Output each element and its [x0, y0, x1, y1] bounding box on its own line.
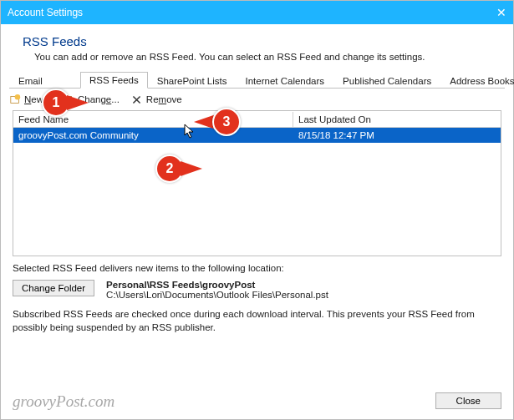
- col-feed-name[interactable]: Feed Name: [13, 112, 293, 127]
- watermark: groovyPost.com: [13, 392, 115, 411]
- page-heading: RSS Feeds: [23, 34, 491, 48]
- close-icon[interactable]: ✕: [473, 6, 506, 19]
- tab-internet-calendars[interactable]: Internet Calendars: [236, 73, 333, 89]
- subscription-note: Subscribed RSS Feeds are checked once du…: [13, 308, 501, 334]
- folder-path: Personal\RSS Feeds\groovyPost: [106, 280, 328, 290]
- toolbar: New... Change... Remove: [1, 89, 513, 110]
- window-title: Account Settings: [8, 7, 473, 18]
- tab-data-files-partial[interactable]: es: [52, 73, 80, 89]
- new-label-tail: ew...: [31, 94, 51, 104]
- new-feed-icon: [9, 94, 21, 105]
- account-settings-window: Account Settings ✕ RSS Feeds You can add…: [0, 0, 514, 420]
- footer: groovyPost.com Close: [1, 384, 513, 419]
- tab-published-calendars[interactable]: Published Calendars: [333, 73, 440, 89]
- titlebar: Account Settings ✕: [1, 1, 513, 24]
- file-path: C:\Users\Lori\Documents\Outlook Files\Pe…: [106, 290, 328, 300]
- remove-button[interactable]: Remove: [131, 94, 182, 105]
- table-header: Feed Name Last Updated On: [13, 111, 501, 128]
- feed-table: Feed Name Last Updated On groovyPost.com…: [13, 110, 501, 256]
- cell-last-updated: 8/15/18 12:47 PM: [293, 129, 501, 142]
- svg-point-1: [14, 94, 20, 100]
- remove-icon: [131, 94, 143, 105]
- new-button[interactable]: New...: [9, 94, 51, 105]
- change-feed-icon: [63, 94, 74, 105]
- lower-panel: Selected RSS Feed delivers new items to …: [1, 256, 513, 334]
- svg-rect-2: [64, 96, 72, 103]
- location-label: Selected RSS Feed delivers new items to …: [13, 263, 501, 273]
- close-button[interactable]: Close: [435, 392, 501, 409]
- tab-sharepoint-lists[interactable]: SharePoint Lists: [148, 73, 237, 89]
- tab-address-books[interactable]: Address Books: [440, 73, 514, 89]
- header: RSS Feeds You can add or remove an RSS F…: [1, 24, 513, 70]
- change-folder-button[interactable]: Change Folder: [13, 280, 94, 296]
- cell-feed-name: groovyPost.com Community: [13, 129, 293, 142]
- tab-strip: Email es RSS Feeds SharePoint Lists Inte…: [9, 70, 505, 89]
- tab-rss-feeds[interactable]: RSS Feeds: [80, 72, 148, 89]
- folder-info: Personal\RSS Feeds\groovyPost C:\Users\L…: [106, 280, 328, 300]
- table-row[interactable]: groovyPost.com Community 8/15/18 12:47 P…: [13, 128, 501, 143]
- tab-email[interactable]: Email: [9, 73, 52, 89]
- change-button[interactable]: Change...: [63, 94, 120, 105]
- page-description: You can add or remove an RSS Feed. You c…: [23, 52, 491, 62]
- col-last-updated[interactable]: Last Updated On: [293, 112, 501, 127]
